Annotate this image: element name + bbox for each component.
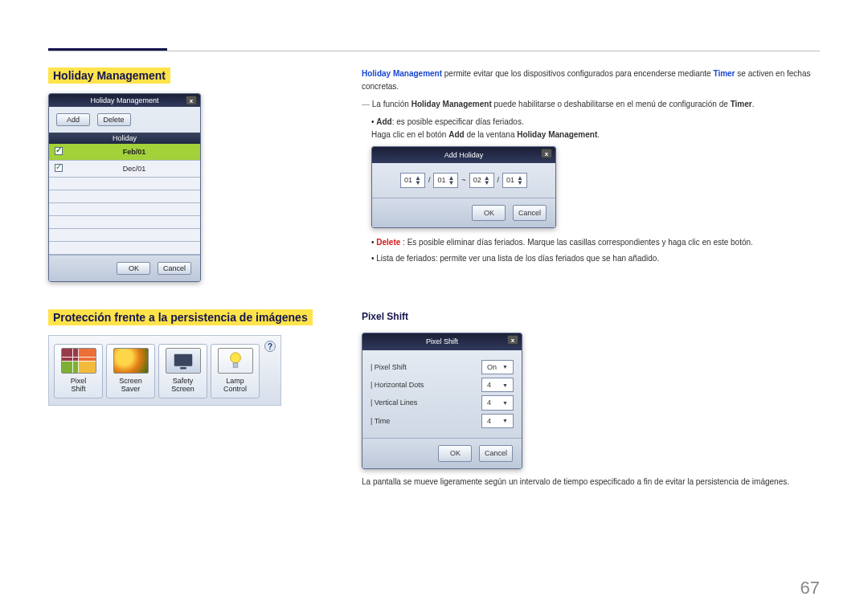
- table-row: [49, 178, 200, 190]
- holiday-date-cell: Feb/01: [68, 144, 200, 161]
- cancel-button[interactable]: Cancel: [158, 262, 191, 275]
- chevron-down-icon: ▼: [502, 362, 508, 371]
- day-end-spinner[interactable]: 01▲▼: [502, 173, 527, 187]
- pixel-shift-tile[interactable]: Pixel Shift: [54, 344, 103, 398]
- cancel-button[interactable]: Cancel: [513, 205, 547, 221]
- time-dropdown[interactable]: 4▼: [481, 414, 514, 428]
- bullet-add: Add: es posible especificar días feriado…: [371, 116, 820, 228]
- close-icon[interactable]: x: [507, 335, 518, 345]
- table-row: [49, 190, 200, 203]
- checkbox-icon[interactable]: [55, 147, 63, 155]
- delete-button[interactable]: Delete: [97, 113, 131, 126]
- table-row: [49, 216, 200, 229]
- month-end-spinner[interactable]: 02▲▼: [469, 173, 494, 187]
- bullet-delete: Delete : Es posible eliminar días feriad…: [371, 236, 820, 249]
- table-row: [49, 242, 200, 255]
- term-holiday-management: Holiday Management: [362, 69, 442, 78]
- ok-button[interactable]: OK: [438, 445, 472, 461]
- setting-vertical-lines: | Vertical Lines 4▼: [371, 395, 514, 410]
- dialog-title: Add Holiday x: [372, 147, 555, 163]
- holiday-management-dialog: Holiday Management x Add Delete Holiday …: [48, 93, 201, 282]
- intro-paragraph: Holiday Management permite evitar que lo…: [362, 67, 820, 93]
- holiday-table: Feb/01 Dec/01: [49, 144, 200, 255]
- safety-screen-tile[interactable]: Safety Screen: [158, 344, 207, 398]
- note-line: La función Holiday Management puede habi…: [362, 98, 820, 111]
- table-row: Feb/01: [49, 144, 200, 161]
- ok-button[interactable]: OK: [472, 205, 506, 221]
- holiday-column-header: Holiday: [49, 133, 200, 144]
- table-row: [49, 229, 200, 242]
- bullet-list: Lista de feriados: permite ver una lista…: [371, 252, 820, 265]
- safety-functions-panel: ? Pixel Shift Screen Saver: [48, 335, 281, 406]
- cancel-button[interactable]: Cancel: [479, 445, 513, 461]
- day-start-spinner[interactable]: 01▲▼: [433, 173, 458, 187]
- svg-point-2: [230, 353, 240, 363]
- lamp-icon: [218, 348, 253, 374]
- pixel-shift-icon: [61, 348, 96, 374]
- svg-rect-3: [233, 363, 238, 368]
- dialog-title-text: Add Holiday: [444, 149, 484, 161]
- ok-button[interactable]: OK: [117, 262, 150, 275]
- section-title-persistence: Protección frente a la persistencia de i…: [48, 309, 313, 325]
- horizontal-dots-dropdown[interactable]: 4▼: [481, 378, 514, 392]
- add-button[interactable]: Add: [56, 113, 90, 126]
- lamp-control-tile[interactable]: Lamp Control: [211, 344, 260, 398]
- term-timer: Timer: [713, 69, 735, 78]
- section-title-holiday: Holiday Management: [48, 67, 170, 84]
- vertical-lines-dropdown[interactable]: 4▼: [481, 395, 514, 410]
- dialog-title-text: Holiday Management: [90, 96, 158, 104]
- close-icon[interactable]: x: [541, 149, 552, 158]
- add-holiday-dialog: Add Holiday x 01▲▼ / 01▲▼ ~ 02▲▼ / 01▲▼: [371, 146, 556, 228]
- svg-rect-1: [180, 367, 186, 370]
- range-separator: ~: [461, 174, 465, 186]
- dialog-title: Holiday Management x: [49, 94, 200, 107]
- page-number: 67: [800, 578, 820, 599]
- table-row: Dec/01: [49, 161, 200, 178]
- close-icon[interactable]: x: [186, 96, 197, 105]
- pixel-shift-caption: La pantalla se mueve ligeramente según u…: [362, 476, 820, 488]
- setting-time: | Time 4▼: [371, 414, 514, 428]
- pixel-shift-dropdown[interactable]: On▼: [481, 360, 514, 374]
- chevron-down-icon: ▼: [502, 398, 508, 407]
- screen-saver-tile[interactable]: Screen Saver: [106, 344, 155, 398]
- chevron-down-icon: ▼: [502, 381, 508, 390]
- dialog-title-text: Pixel Shift: [426, 336, 458, 347]
- holiday-date-cell: Dec/01: [68, 161, 200, 178]
- dialog-title: Pixel Shift x: [362, 333, 522, 349]
- table-row: [49, 203, 200, 216]
- pixel-shift-heading: Pixel Shift: [362, 309, 820, 325]
- pixel-shift-dialog: Pixel Shift x | Pixel Shift On▼ | Horizo…: [362, 333, 522, 468]
- checkbox-icon[interactable]: [55, 164, 63, 172]
- safety-screen-icon: [166, 348, 201, 374]
- setting-horizontal-dots: | Horizontal Dots 4▼: [371, 378, 514, 392]
- month-start-spinner[interactable]: 01▲▼: [400, 173, 425, 187]
- screen-saver-icon: [113, 348, 149, 374]
- help-icon[interactable]: ?: [264, 341, 276, 352]
- svg-rect-0: [174, 353, 192, 366]
- setting-pixel-shift: | Pixel Shift On▼: [371, 360, 514, 374]
- chevron-down-icon: ▼: [502, 416, 508, 425]
